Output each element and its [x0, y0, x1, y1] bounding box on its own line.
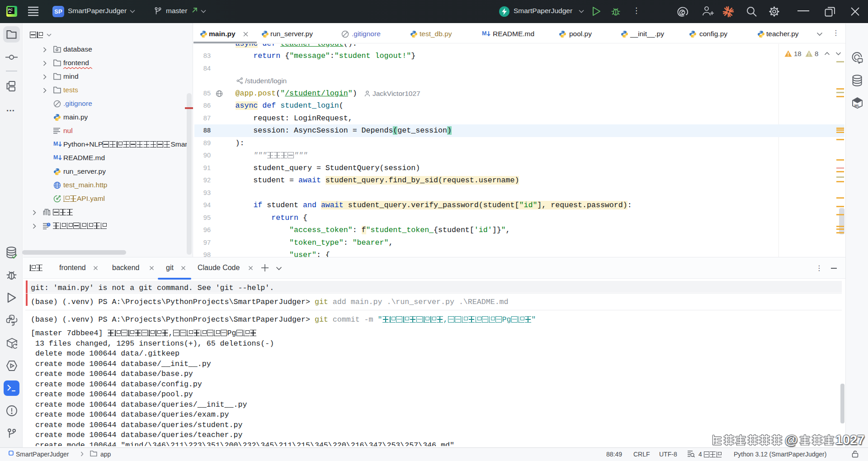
- svg-text:PC: PC: [8, 8, 13, 11]
- svg-text:ML: ML: [854, 104, 860, 108]
